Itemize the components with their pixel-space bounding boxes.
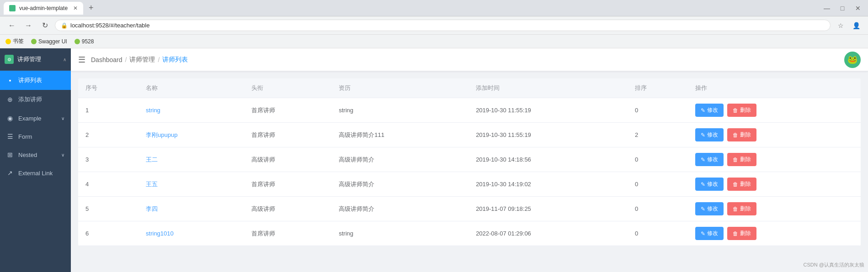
back-button[interactable]: ←	[5, 19, 18, 32]
delete-icon: 🗑	[733, 107, 738, 114]
bookmark-icon	[5, 39, 11, 44]
delete-button[interactable]: 🗑 删除	[727, 178, 756, 191]
sidebar-item-example[interactable]: ◉ Example ∨	[0, 109, 71, 127]
bookmark-button[interactable]: ☆	[834, 19, 847, 32]
cell-actions: ✎ 修改 🗑 删除	[688, 147, 861, 172]
sidebar-header-icon: ⚙	[5, 55, 14, 64]
cell-sort: 2	[628, 123, 688, 147]
edit-button[interactable]: ✎ 修改	[695, 104, 724, 117]
sidebar-item-nested[interactable]: ⊞ Nested ∨	[0, 146, 71, 164]
bookmark-label: Swagger UI	[38, 38, 67, 45]
delete-button[interactable]: 🗑 删除	[727, 104, 756, 117]
edit-button[interactable]: ✎ 修改	[695, 227, 724, 240]
close-window-button[interactable]: ✕	[852, 2, 864, 15]
col-header-title: 头衔	[244, 78, 331, 98]
cell-index: 3	[78, 147, 138, 172]
chevron-down-icon: ∨	[61, 116, 64, 121]
cell-name: 王二	[138, 147, 244, 172]
sidebar-item-add-teacher[interactable]: ⊕ 添加讲师	[0, 90, 71, 109]
edit-button[interactable]: ✎ 修改	[695, 153, 724, 166]
cell-name: 王五	[138, 172, 244, 197]
lock-icon: 🔒	[61, 22, 68, 29]
cell-add-time: 2019-10-30 11:55:19	[469, 98, 628, 123]
top-bar-right: 🐸	[844, 52, 861, 68]
cell-index: 1	[78, 98, 138, 123]
sidebar-item-teacher-list[interactable]: ▪ 讲师列表	[0, 71, 71, 90]
col-header-actions: 操作	[688, 78, 861, 98]
sidebar: ⚙ 讲师管理 ∧ ▪ 讲师列表 ⊕ 添加讲师 ◉ Example ∨ ☰ For…	[0, 48, 71, 272]
bookmark-label: 书签	[13, 37, 24, 45]
edit-icon: ✎	[701, 157, 705, 163]
delete-button[interactable]: 🗑 删除	[727, 153, 756, 166]
tab-title: vue-admin-template	[19, 5, 68, 11]
url-text: localhost:9528/#/teacher/table	[70, 22, 149, 29]
edit-button[interactable]: ✎ 修改	[695, 178, 724, 191]
bookmark-label: 9528	[82, 38, 94, 45]
delete-button[interactable]: 🗑 删除	[727, 227, 756, 240]
table-row: 4 王五 首席讲师 高级讲师简介 2019-10-30 14:19:02 0 ✎…	[78, 172, 861, 197]
sidebar-header[interactable]: ⚙ 讲师管理 ∧	[0, 48, 71, 71]
delete-icon: 🗑	[733, 132, 738, 138]
table-row: 1 string 首席讲师 string 2019-10-30 11:55:19…	[78, 98, 861, 123]
minimize-button[interactable]: —	[820, 2, 833, 15]
main-content: ☰ Dashboard / 讲师管理 / 讲师列表 🐸 序号	[71, 48, 868, 272]
delete-icon: 🗑	[733, 206, 738, 212]
address-bar[interactable]: 🔒 localhost:9528/#/teacher/table	[55, 20, 831, 31]
cell-title: 首席讲师	[244, 123, 331, 147]
cell-title: 高级讲师	[244, 147, 331, 172]
forward-button[interactable]: →	[22, 19, 35, 32]
cell-add-time: 2019-11-07 09:18:25	[469, 197, 628, 221]
browser-actions: ☆ 👤	[834, 19, 863, 32]
cell-title: 首席讲师	[244, 98, 331, 123]
profile-button[interactable]: 👤	[850, 19, 863, 32]
sidebar-item-form[interactable]: ☰ Form	[0, 127, 71, 146]
teacher-list-icon: ▪	[6, 77, 14, 84]
tab-close-button[interactable]: ✕	[73, 5, 78, 11]
cell-sort: 0	[628, 221, 688, 246]
breadcrumb-teacher-mgmt[interactable]: 讲师管理	[129, 56, 155, 64]
cell-bio: string	[331, 221, 469, 246]
hamburger-button[interactable]: ☰	[78, 55, 85, 65]
add-teacher-icon: ⊕	[6, 96, 14, 103]
edit-button[interactable]: ✎ 修改	[695, 128, 724, 141]
cell-title: 首席讲师	[244, 221, 331, 246]
bookmark-shujian[interactable]: 书签	[5, 37, 24, 45]
app-container: ⚙ 讲师管理 ∧ ▪ 讲师列表 ⊕ 添加讲师 ◉ Example ∨ ☰ For…	[0, 48, 868, 272]
edit-icon: ✎	[701, 107, 705, 114]
sidebar-header-text: 讲师管理	[17, 55, 41, 63]
sidebar-header-arrow: ∧	[63, 57, 66, 62]
edit-icon: ✎	[701, 132, 705, 138]
sidebar-item-label: Nested	[18, 152, 37, 158]
table-header: 序号 名称 头衔 资历 添加时间 排序 操作	[78, 78, 861, 98]
maximize-button[interactable]: □	[836, 2, 849, 15]
delete-icon: 🗑	[733, 181, 738, 188]
breadcrumb-dashboard[interactable]: Dashboard	[91, 56, 122, 63]
breadcrumb-teacher-list: 讲师列表	[162, 56, 188, 64]
bookmark-swagger[interactable]: Swagger UI	[31, 38, 67, 45]
edit-icon: ✎	[701, 206, 705, 212]
active-tab[interactable]: vue-admin-template ✕	[4, 2, 83, 15]
refresh-button[interactable]: ↻	[38, 19, 51, 32]
delete-button[interactable]: 🗑 删除	[727, 202, 756, 215]
bookmark-9528[interactable]: 9528	[75, 38, 94, 45]
edit-icon: ✎	[701, 181, 705, 188]
cell-name: string1010	[138, 221, 244, 246]
user-avatar[interactable]: 🐸	[844, 52, 861, 68]
new-tab-button[interactable]: +	[87, 3, 96, 13]
cell-add-time: 2019-10-30 14:18:56	[469, 147, 628, 172]
sidebar-item-label: Form	[18, 133, 32, 140]
browser-tab-bar: vue-admin-template ✕ + — □ ✕	[0, 0, 868, 16]
cell-actions: ✎ 修改 🗑 删除	[688, 172, 861, 197]
edit-button[interactable]: ✎ 修改	[695, 202, 724, 215]
cell-sort: 0	[628, 98, 688, 123]
sidebar-item-external-link[interactable]: ↗ External Link	[0, 164, 71, 182]
sidebar-menu: ▪ 讲师列表 ⊕ 添加讲师 ◉ Example ∨ ☰ Form ⊞ Neste…	[0, 71, 71, 272]
cell-name: 李刚upupup	[138, 123, 244, 147]
sidebar-item-label: 讲师列表	[18, 76, 42, 84]
bookmark-icon	[31, 39, 37, 44]
watermark: CSDN @认真生活的灰太狼	[804, 262, 864, 268]
delete-button[interactable]: 🗑 删除	[727, 128, 756, 141]
col-header-bio: 资历	[331, 78, 469, 98]
bookmark-icon	[75, 39, 80, 44]
col-header-name: 名称	[138, 78, 244, 98]
